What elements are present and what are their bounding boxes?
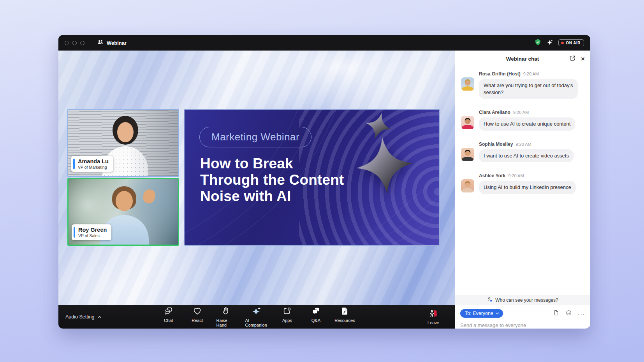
- react-label: React: [192, 318, 203, 323]
- chat-message: Clara Arellano9:20 AM How to use AI to c…: [461, 108, 584, 131]
- to-everyone-selector[interactable]: To: Everyone: [460, 309, 503, 318]
- sender-name: Sophia Mosiley: [479, 142, 513, 147]
- participant-role: VP of Marketing: [76, 165, 109, 170]
- nameplate-roy: Roy Green VP of Sales: [72, 224, 111, 240]
- resources-label: Resources: [334, 318, 355, 323]
- sender-name: Rosa Griffin (Host): [479, 71, 521, 77]
- react-button[interactable]: React: [186, 306, 209, 328]
- decor-star-large: [353, 134, 417, 198]
- chat-icon: [164, 306, 173, 317]
- titlebar: Webinar ON AIR: [58, 35, 590, 51]
- qa-button[interactable]: Q&A: [304, 306, 327, 328]
- close-icon[interactable]: ×: [581, 56, 585, 62]
- leave-button[interactable]: Leave: [428, 309, 439, 325]
- window-controls: [65, 41, 84, 45]
- chat-label: Chat: [164, 318, 173, 323]
- privacy-note-text: Who can see your messages?: [495, 297, 558, 303]
- chat-title: Webinar chat: [506, 56, 539, 62]
- heart-icon: [193, 306, 202, 317]
- toolbar-buttons: Chat React: [157, 306, 356, 328]
- on-air-badge: ON AIR: [558, 39, 584, 46]
- avatar-ashlee: [461, 179, 474, 192]
- window-maximize-button[interactable]: [80, 41, 84, 45]
- message-bubble[interactable]: Using AI to build my LinkedIn presence: [479, 181, 576, 194]
- participant-video-roy-active[interactable]: Roy Green VP of Sales: [67, 178, 179, 246]
- security-shield-icon[interactable]: [534, 38, 542, 47]
- message-time: 9:20 AM: [513, 110, 529, 115]
- chat-button[interactable]: Chat: [157, 306, 180, 328]
- slide-title: How to Break Through the Content Noise w…: [200, 156, 347, 205]
- message-time: 9:20 AM: [523, 72, 539, 76]
- leave-door-icon: [429, 309, 438, 319]
- avatar-clara: [461, 116, 474, 129]
- chevron-down-icon: [496, 312, 499, 315]
- audio-setting-button[interactable]: Audio Setting: [65, 314, 102, 320]
- on-air-dot: [561, 42, 564, 44]
- nameplate-amanda: Amanda Lu VP of Marketing: [71, 156, 113, 172]
- attach-file-icon[interactable]: [553, 310, 560, 318]
- apps-label: Apps: [282, 318, 292, 323]
- participant-video-amanda[interactable]: Amanda Lu VP of Marketing: [67, 109, 179, 177]
- resources-icon: [340, 306, 349, 317]
- window-content: Amanda Lu VP of Marketing Roy Green VP o: [58, 51, 590, 329]
- message-bubble[interactable]: How to use AI to create unique content: [479, 117, 575, 131]
- participant-name: Amanda Lu: [76, 158, 109, 164]
- window-title-group: Webinar: [97, 39, 127, 47]
- raise-hand-button[interactable]: Raise Hand: [215, 306, 238, 328]
- ai-companion-label: AI Companion: [245, 318, 268, 327]
- titlebar-right: ON AIR: [534, 38, 584, 47]
- amanda-figure: [113, 116, 138, 145]
- more-options-icon[interactable]: ···: [578, 311, 585, 317]
- qa-icon: [311, 306, 320, 317]
- meeting-toolbar: Audio Setting: [58, 305, 455, 329]
- message-time: 9:20 AM: [508, 173, 524, 178]
- resources-button[interactable]: Resources: [333, 306, 356, 328]
- window-close-button[interactable]: [65, 41, 69, 45]
- chat-header-icons: ×: [569, 51, 585, 67]
- ai-companion-icon: [252, 306, 261, 317]
- apps-button[interactable]: Apps: [276, 306, 298, 328]
- chevron-up-icon: [97, 316, 102, 318]
- chat-message-list: Rosa Griffin (Host)9:20 AM What are you …: [455, 67, 590, 295]
- to-selector-label: To: Everyone: [465, 311, 493, 316]
- avatar-sophia: [461, 148, 474, 161]
- chat-footer: Who can see your messages? To: Everyone: [455, 295, 590, 329]
- privacy-note[interactable]: Who can see your messages?: [455, 295, 590, 305]
- compose-area: To: Everyone: [455, 305, 590, 329]
- emoji-icon[interactable]: [565, 310, 572, 318]
- message-input[interactable]: [460, 318, 585, 328]
- chat-header: Webinar chat ×: [455, 51, 590, 67]
- message-input-wrapper: [460, 318, 585, 329]
- message-bubble[interactable]: What are you trying to get out of today'…: [479, 79, 578, 99]
- audio-setting-label: Audio Setting: [65, 314, 94, 320]
- avatar-rosa: [461, 77, 474, 91]
- leave-label: Leave: [428, 320, 439, 325]
- chat-message: Sophia Mosiley9:20 AM I want to use AI t…: [461, 140, 584, 163]
- participant-name: Roy Green: [77, 227, 107, 233]
- qa-label: Q&A: [311, 318, 320, 323]
- video-stage: Amanda Lu VP of Marketing Roy Green VP o: [58, 51, 455, 329]
- desktop-background: Webinar ON AIR: [0, 0, 644, 362]
- popout-icon[interactable]: [569, 55, 576, 63]
- raise-hand-icon: [222, 306, 231, 317]
- message-time: 9:20 AM: [516, 142, 531, 147]
- on-air-label: ON AIR: [566, 41, 581, 45]
- sender-name: Clara Arellano: [479, 110, 510, 115]
- slide-badge: Marketing Webinar: [199, 127, 311, 147]
- window-minimize-button[interactable]: [72, 41, 77, 45]
- chat-panel: Webinar chat ×: [455, 51, 590, 329]
- webinar-window: Webinar ON AIR: [58, 35, 590, 329]
- participants-icon: [97, 39, 104, 47]
- raise-hand-label: Raise Hand: [216, 318, 236, 327]
- chat-message: Rosa Griffin (Host)9:20 AM What are you …: [461, 70, 584, 99]
- shared-presentation-slide: Marketing Webinar How to Break Through t…: [184, 109, 440, 246]
- sender-name: Ashlee York: [479, 173, 505, 178]
- privacy-person-icon: [487, 296, 493, 304]
- ai-sparkle-icon[interactable]: [547, 39, 553, 47]
- window-title: Webinar: [107, 40, 127, 46]
- chat-message: Ashlee York9:20 AM Using AI to build my …: [461, 172, 584, 194]
- message-bubble[interactable]: I want to use AI to create video assets: [479, 149, 574, 163]
- participant-role: VP of Sales: [77, 233, 107, 238]
- ai-companion-button[interactable]: AI Companion: [244, 306, 270, 328]
- apps-icon: [282, 306, 292, 317]
